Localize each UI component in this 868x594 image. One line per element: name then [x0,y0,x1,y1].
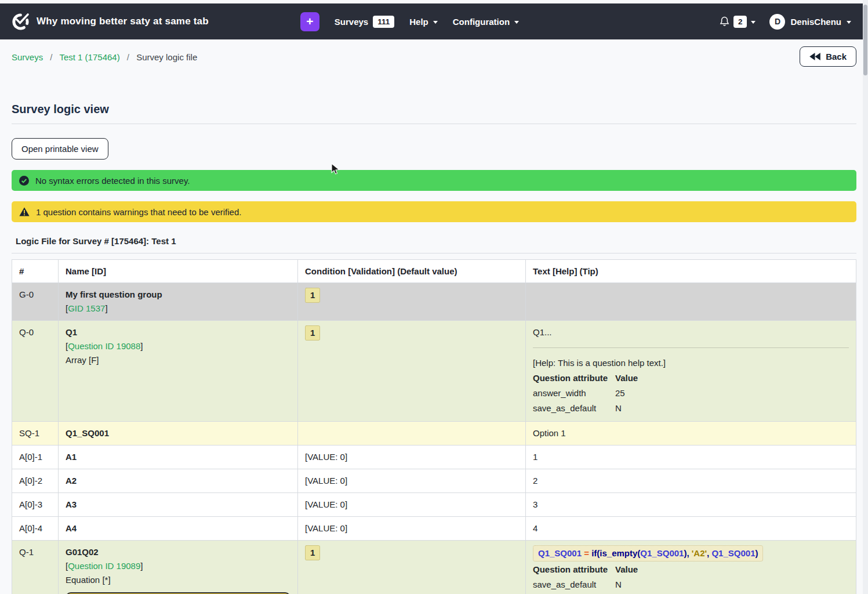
row-number: A[0]-1 [12,446,59,469]
table-row-question-q1: Q-1 G01Q02 [Question ID 19089] Equation … [12,541,856,594]
back-button[interactable]: Back [800,46,856,67]
eq-variable: Q1_SQ001 [538,548,584,558]
attr-row: answer_width 25 [533,386,638,401]
notifications-dropdown[interactable]: 2 [720,16,756,28]
answer-text: 3 [526,493,856,517]
condition-chip: 1 [305,288,320,303]
attr-name: answer_width [533,386,615,401]
row-number: G-0 [12,283,59,321]
question-attributes-table: Question attribute Value answer_width 25… [533,371,638,416]
user-menu-dropdown[interactable]: D DenisChenu [769,14,851,30]
warning-alert: 1 question contains warnings that need t… [12,201,856,222]
group-id-link[interactable]: GID 1537 [68,303,105,313]
open-printable-view-button[interactable]: Open printable view [12,138,108,160]
rewind-icon [809,53,820,60]
breadcrumb: Surveys / Test 1 (175464) / Survey logic… [12,46,197,62]
vertical-scrollbar[interactable] [863,0,868,594]
table-header-row: # Name [ID] Condition [Validation] (Defa… [12,260,856,283]
subquestion-code: Q1_SQ001 [59,422,298,446]
brand[interactable]: Why moving better saty at same tab [12,13,209,31]
condition-chip: 1 [305,325,320,341]
eq-variable: Q1_SQ001 [711,548,755,558]
eq-string: 'A2' [692,548,707,558]
row-number: A[0]-2 [12,469,59,493]
nav-configuration-label: Configuration [453,17,510,27]
create-survey-button[interactable]: + [300,12,319,31]
nav-surveys[interactable]: Surveys 111 [335,16,394,28]
attr-name: save_as_default [533,578,615,593]
chevron-down-icon [751,21,756,24]
eq-punctuation: ) [755,548,758,558]
answer-code: A1 [59,446,298,469]
answer-value: [VALUE: 0] [298,493,526,517]
col-header-condition: Condition [Validation] (Default value) [298,260,526,283]
answer-value: [VALUE: 0] [298,469,526,493]
eq-variable: Q1_SQ001 [640,548,684,558]
nav-configuration-dropdown[interactable]: Configuration [453,17,519,27]
answer-text: 2 [526,469,856,493]
answer-value: [VALUE: 0] [298,517,526,541]
page-title: Survey logic view [12,103,856,124]
warning-triangle-icon [19,207,30,216]
breadcrumb-separator: / [127,52,129,62]
attr-value: N [615,578,638,593]
bracket: ] [140,561,143,571]
question-id-line: [Question ID 19088] [66,339,290,353]
col-header-number: # [12,260,59,283]
eq-operator: = [584,548,591,558]
question-id-link[interactable]: Question ID 19089 [68,561,140,571]
answer-text: 1 [526,446,856,469]
question-text: Q1... [533,325,849,339]
row-number: A[0]-3 [12,493,59,517]
row-number: SQ-1 [12,422,59,446]
bracket: ] [105,303,107,313]
attr-row: save_as_default N [533,401,638,416]
answer-text: 4 [526,517,856,541]
avatar: D [769,14,785,30]
answer-value: [VALUE: 0] [298,446,526,469]
breadcrumb-survey-link[interactable]: Test 1 (175464) [59,52,119,62]
eq-function: if( [591,548,600,558]
logic-table-caption: Logic File for Survey # [175464]: Test 1 [12,236,856,253]
attr-header-value: Value [615,371,638,386]
row-number: Q-0 [12,321,59,422]
question-name: Q1 [66,325,290,339]
breadcrumb-surveys-link[interactable]: Surveys [12,52,43,62]
nav-surveys-label: Surveys [335,17,368,27]
top-navbar: Why moving better saty at same tab + Sur… [0,3,863,39]
app-title: Why moving better saty at same tab [37,16,209,27]
limesurvey-logo-icon [12,13,30,31]
user-name: DenisChenu [790,17,841,27]
divider [533,347,849,348]
notification-count-badge: 2 [733,16,747,28]
question-id-link[interactable]: Question ID 19088 [68,341,140,351]
breadcrumb-current: Survey logic file [136,52,197,62]
attr-header-row: Question attribute Value [533,563,638,578]
condition-chip: 1 [305,545,320,560]
table-row-group-g0: G-0 My first question group [GID 1537] 1 [12,283,856,321]
question-type: Array [F] [66,353,290,367]
warning-alert-text: 1 question contains warnings that need t… [36,207,241,217]
subquestion-text: Option 1 [526,422,856,446]
attr-header-value: Value [615,563,638,578]
bracket: ] [140,341,143,351]
table-row-answer-4: A[0]-4 A4 [VALUE: 0] 4 [12,517,856,541]
chevron-down-icon [514,21,519,24]
attr-header-attribute: Question attribute [533,563,615,578]
success-alert: No syntax errors detected in this survey… [12,170,856,191]
col-header-text: Text [Help] (Tip) [526,260,856,283]
scrollbar-thumb[interactable] [863,5,867,75]
group-id-line: [GID 1537] [66,302,290,316]
main-content: Surveys / Test 1 (175464) / Survey logic… [0,46,868,594]
question-name: G01Q02 [66,545,290,559]
chevron-down-icon [847,21,851,24]
chevron-down-icon [433,21,438,24]
nav-help-dropdown[interactable]: Help [409,17,438,27]
check-circle-icon [19,176,29,186]
question-type: Equation [*] [66,573,290,587]
nav-help-label: Help [409,17,428,27]
row-number: Q-1 [12,541,59,594]
attr-header-row: Question attribute Value [533,371,638,386]
bell-icon [720,16,729,27]
attr-value: N [615,401,638,416]
